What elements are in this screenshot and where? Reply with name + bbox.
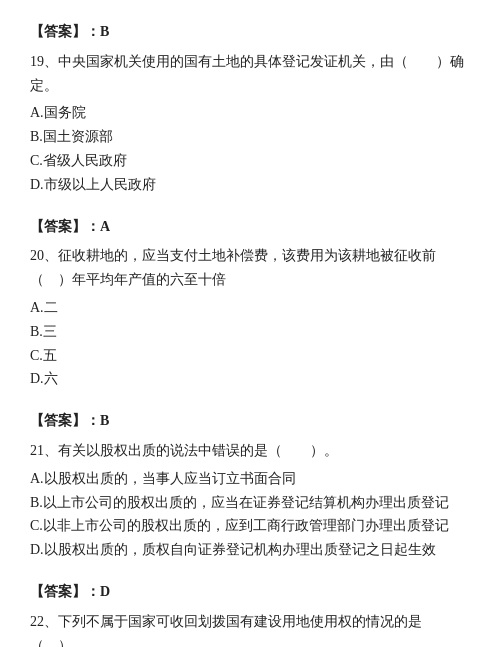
option-1-2: B.国土资源部 (30, 125, 470, 149)
option-1-3: C.省级人民政府 (30, 149, 470, 173)
option-1-4: D.市级以上人民政府 (30, 173, 470, 197)
option-3-1: A.以股权出质的，当事人应当订立书面合同 (30, 467, 470, 491)
answer-label-4: 【答案】：D (30, 580, 470, 604)
question-block-3: 【答案】：B21、有关以股权出质的说法中错误的是（ ）。A.以股权出质的，当事人… (30, 409, 470, 562)
option-3-4: D.以股权出质的，质权自向证券登记机构办理出质登记之日起生效 (30, 538, 470, 562)
answer-label-3: 【答案】：B (30, 409, 470, 433)
content-area: 【答案】：B19、中央国家机关使用的国有土地的具体登记发证机关，由（ ）确定。A… (30, 20, 470, 647)
question-block-4: 【答案】：D22、下列不属于国家可收回划拨国有建设用地使用权的情况的是（ ）。A… (30, 580, 470, 647)
answer-label-2: 【答案】：A (30, 215, 470, 239)
question-block-2: 【答案】：A20、征收耕地的，应当支付土地补偿费，该费用为该耕地被征收前（ ）年… (30, 215, 470, 392)
option-3-2: B.以上市公司的股权出质的，应当在证券登记结算机构办理出质登记 (30, 491, 470, 515)
option-2-1: A.二 (30, 296, 470, 320)
option-2-4: D.六 (30, 367, 470, 391)
question-text-4: 22、下列不属于国家可收回划拨国有建设用地使用权的情况的是（ ）。 (30, 610, 470, 647)
question-text-2: 20、征收耕地的，应当支付土地补偿费，该费用为该耕地被征收前（ ）年平均年产值的… (30, 244, 470, 292)
option-3-3: C.以非上市公司的股权出质的，应到工商行政管理部门办理出质登记 (30, 514, 470, 538)
option-2-3: C.五 (30, 344, 470, 368)
option-2-2: B.三 (30, 320, 470, 344)
question-text-1: 19、中央国家机关使用的国有土地的具体登记发证机关，由（ ）确定。 (30, 50, 470, 98)
question-text-3: 21、有关以股权出质的说法中错误的是（ ）。 (30, 439, 470, 463)
option-1-1: A.国务院 (30, 101, 470, 125)
question-block-1: 【答案】：B19、中央国家机关使用的国有土地的具体登记发证机关，由（ ）确定。A… (30, 20, 470, 197)
answer-label-1: 【答案】：B (30, 20, 470, 44)
